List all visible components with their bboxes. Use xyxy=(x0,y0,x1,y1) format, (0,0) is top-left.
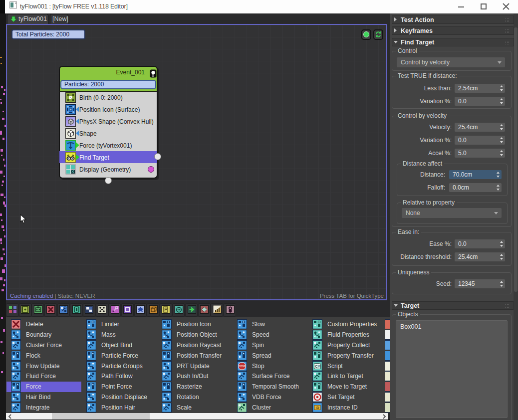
svg-text:STOP: STOP xyxy=(239,365,245,368)
svg-text:C#: C# xyxy=(315,364,320,369)
svg-text:ID: ID xyxy=(316,406,319,410)
